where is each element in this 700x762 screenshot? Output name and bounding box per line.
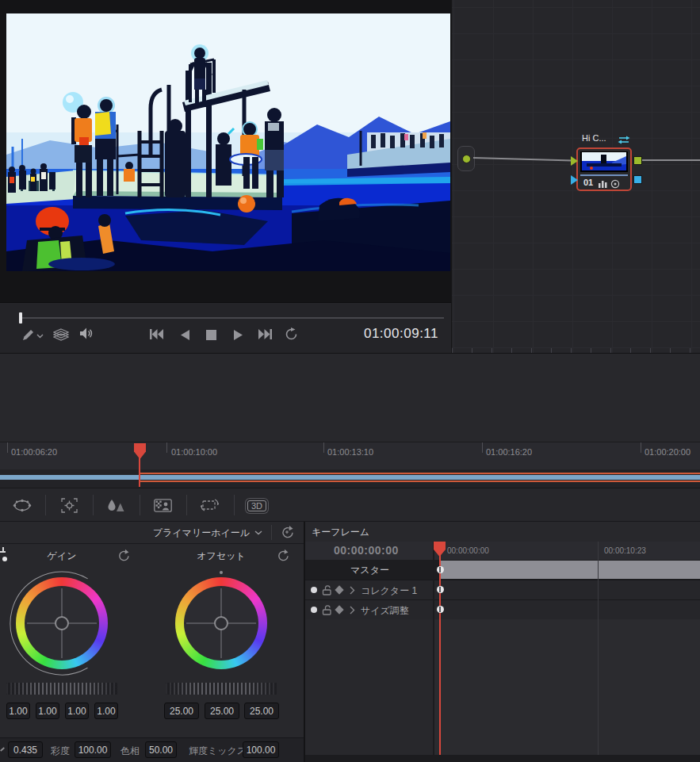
gain-blue-value[interactable]: 1.00: [94, 703, 118, 719]
cut-off-icon: [0, 747, 5, 751]
timeline-clip-bar[interactable]: [0, 475, 700, 480]
viewer-scrub-playhead[interactable]: [19, 312, 22, 324]
keyframe-dot[interactable]: [437, 566, 444, 573]
node-number: 01: [583, 178, 593, 187]
viewer-scrub-bar[interactable]: [20, 317, 444, 319]
reset-icon[interactable]: [117, 549, 130, 562]
lum-mix-value[interactable]: 100.00: [243, 741, 279, 758]
palette-toolbar: 3D: [0, 488, 700, 522]
wheel-mode-dropdown[interactable]: プライマリーホイール: [153, 527, 250, 540]
timeline-clip-strip[interactable]: [0, 469, 700, 488]
go-to-first-frame-icon[interactable]: [150, 329, 163, 339]
kf-column-separator: [433, 542, 434, 755]
keyframes-panel: キーフレーム 00:00:00:00 00:00:00:00 00:00:10:…: [304, 522, 700, 762]
master-keyframe-bar: [441, 561, 700, 579]
expand-chevron-icon[interactable]: [350, 586, 355, 595]
viewer-panel: 01:00:09:11: [0, 0, 451, 353]
ruler-label: 01:00:06:20: [11, 447, 57, 457]
3d-icon[interactable]: 3D: [247, 498, 266, 512]
hue-label: 色相: [120, 745, 140, 758]
node-title: Hi C...: [582, 133, 606, 143]
node-progress-line: [580, 174, 628, 176]
track-row-sizing[interactable]: サイズ調整: [305, 599, 700, 619]
keyframe-dot[interactable]: [437, 606, 444, 613]
clip-selection-border-top: [140, 473, 700, 474]
power-window-icon[interactable]: [9, 495, 36, 515]
lock-icon[interactable]: [322, 605, 332, 615]
gain-wheel-puck[interactable]: [55, 616, 69, 630]
node-graph-panel[interactable]: Hi C... 01: [451, 0, 700, 353]
corrector-node[interactable]: 01: [576, 147, 632, 191]
gain-label: ゲイン: [0, 549, 124, 563]
blur-icon[interactable]: [102, 495, 129, 515]
saturation-value[interactable]: 100.00: [75, 741, 111, 758]
mute-icon[interactable]: [79, 327, 94, 339]
viewer-controls: 01:00:09:11: [0, 302, 451, 354]
kf-playhead-line: [439, 554, 441, 755]
play-icon[interactable]: [234, 330, 243, 340]
track-row-master[interactable]: マスター: [305, 560, 700, 580]
chevron-down-icon[interactable]: [254, 530, 262, 535]
node-rgb-input[interactable]: [571, 156, 578, 166]
gain-master-value[interactable]: 1.00: [6, 703, 30, 719]
stop-icon[interactable]: [206, 330, 216, 340]
node-key-output[interactable]: [633, 175, 642, 184]
swap-icon[interactable]: [618, 136, 630, 144]
play-reverse-icon[interactable]: [181, 330, 189, 340]
expand-chevron-icon[interactable]: [350, 606, 355, 615]
track-enable-icon[interactable]: [311, 607, 317, 613]
timeline-ruler[interactable]: 01:00:06:20 01:00:10:00 01:00:13:10 01:0…: [0, 442, 700, 469]
chevron-down-icon[interactable]: [36, 334, 44, 339]
keyframes-title: キーフレーム: [312, 526, 369, 539]
hue-value[interactable]: 50.00: [145, 741, 177, 758]
gain-green-value[interactable]: 1.00: [65, 703, 89, 719]
3d-label: 3D: [247, 500, 266, 511]
go-to-last-frame-icon[interactable]: [258, 329, 272, 339]
keyframe-track-area[interactable]: [434, 619, 700, 755]
ruler-label: 01:00:10:00: [171, 447, 217, 457]
keyframes-ruler[interactable]: 00:00:00:00 00:00:00:00 00:00:10:23: [305, 542, 700, 560]
wipe-mode-icon[interactable]: [53, 328, 69, 342]
offset-master-slider[interactable]: [166, 683, 277, 695]
sizing-icon[interactable]: [196, 495, 223, 515]
offset-blue-value[interactable]: 25.00: [244, 703, 279, 719]
source-node-dot: [462, 155, 471, 163]
reset-icon[interactable]: [276, 549, 289, 562]
keyframes-current-timecode: 00:00:00:00: [334, 544, 399, 557]
track-enable-icon[interactable]: [311, 587, 317, 593]
gain-red-value[interactable]: 1.00: [36, 703, 59, 719]
color-wheels-panel: プライマリーホイール ゲイン オフセット: [0, 522, 304, 737]
ruler-label: 01:00:16:20: [486, 447, 532, 457]
grab-still-icon[interactable]: [21, 328, 35, 343]
gain-master-slider[interactable]: [6, 683, 117, 695]
reset-icon[interactable]: [280, 525, 294, 539]
saturation-label: 彩度: [51, 745, 70, 758]
keyframe-diamond-icon[interactable]: [335, 585, 343, 594]
offset-label: オフセット: [159, 549, 283, 563]
viewer-timecode: 01:00:09:11: [364, 326, 438, 342]
tracker-icon[interactable]: [55, 495, 82, 515]
adjustments-bar: 0.435 彩度 100.00 色相 50.00 輝度ミックス 100.00: [0, 737, 304, 762]
offset-red-value[interactable]: 25.00: [164, 703, 199, 719]
node-thumbnail: [580, 151, 628, 172]
kf-ruler-label: 00:00:10:23: [604, 546, 646, 555]
lock-icon[interactable]: [322, 585, 332, 595]
clips-area: [0, 353, 700, 442]
track-row-corrector[interactable]: コレクター 1: [305, 580, 700, 599]
node-rgb-output[interactable]: [633, 156, 642, 165]
offset-green-value[interactable]: 25.00: [205, 703, 239, 719]
keyframe-dot[interactable]: [437, 586, 444, 593]
key-icon[interactable]: [149, 495, 176, 515]
node-key-input[interactable]: [571, 175, 578, 185]
pivot-value[interactable]: 0.435: [8, 741, 43, 758]
loop-icon[interactable]: [284, 327, 299, 341]
offset-wheel-puck[interactable]: [214, 616, 228, 630]
keyframe-diamond-icon[interactable]: [335, 605, 343, 614]
track-label: コレクター 1: [361, 584, 417, 598]
gain-wheel[interactable]: [14, 576, 109, 671]
source-node[interactable]: [457, 146, 475, 171]
offset-wheel[interactable]: [174, 576, 269, 671]
clip-selection-border-bottom: [140, 481, 700, 482]
node-wire-in: [473, 157, 572, 161]
levels-icon: [599, 180, 607, 188]
